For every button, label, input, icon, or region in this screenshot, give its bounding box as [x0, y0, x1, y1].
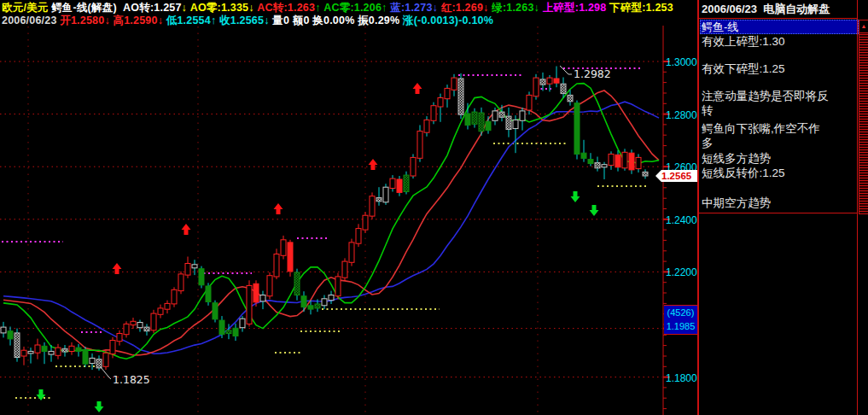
candle: [178, 274, 184, 291]
candle: [137, 323, 143, 328]
candle: [554, 79, 559, 83]
candle: [356, 229, 361, 244]
ohlc-value-segment-3: 高1.2590: [110, 15, 158, 26]
sell-signal-arrow-icon: [37, 389, 46, 400]
candle: [131, 321, 136, 324]
candle: [492, 111, 498, 120]
ohlc-value-segment-9: 量0 额0 换0.00% 振0.29%: [270, 15, 403, 26]
axis-label-1.1800: 1.1800: [666, 372, 696, 384]
candle: [520, 111, 525, 120]
panel-item-5: 短线反转价:1.25: [702, 166, 857, 180]
candle: [363, 215, 368, 230]
candle: [431, 106, 436, 121]
panel-divider-top: [699, 18, 858, 19]
candle: [172, 289, 177, 304]
candle: [8, 331, 13, 339]
candle: [390, 178, 395, 188]
candle: [376, 198, 382, 202]
candle: [342, 261, 347, 278]
cursor-box-price: 1.1985: [664, 319, 697, 333]
ohlc-value-segment-10: 涨(-0.0013)-0.10%: [403, 15, 493, 26]
candle: [424, 120, 429, 132]
candle: [383, 187, 388, 202]
candle: [602, 165, 607, 167]
candle: [110, 341, 115, 354]
axis-label-1.2800: 1.2800: [666, 109, 696, 121]
candle: [274, 254, 279, 278]
buy-signal-arrow-icon: [369, 159, 378, 170]
sell-signal-arrow-icon: [571, 191, 580, 202]
trading-app-window: 欧元/美元 鳄鱼-线(解盘) AO转:1.257↓ AO零:1.335↓ AC转…: [0, 0, 868, 415]
candle: [185, 264, 190, 276]
candle: [151, 313, 156, 330]
candle: [144, 327, 149, 331]
svg-text:1.1825: 1.1825: [113, 373, 150, 386]
candle: [588, 160, 593, 164]
candle: [609, 154, 614, 165]
candle: [301, 296, 306, 307]
candle: [643, 172, 648, 176]
panel-item-2: 注意动量趋势是否即将反转: [702, 89, 831, 118]
candle: [158, 308, 163, 314]
axis-cursor-box: (4526) 1.1985: [664, 305, 697, 335]
candle: [253, 283, 259, 302]
candle: [568, 95, 573, 101]
panel-item-6: 中期空方趋势: [702, 196, 857, 210]
candle: [165, 303, 170, 309]
candle: [219, 320, 224, 335]
candle: [35, 345, 40, 353]
candle: [49, 351, 54, 354]
scroll-up-button[interactable]: ▲: [859, 20, 868, 33]
candle: [76, 348, 81, 351]
indicator-value-segment-1: 鳄鱼-线(解盘): [48, 2, 123, 14]
buy-signal-arrow-icon: [274, 203, 283, 214]
candle: [595, 163, 600, 168]
candle: [260, 295, 265, 301]
axis-label-1.3000: 1.3000: [666, 56, 696, 68]
candle: [96, 359, 102, 368]
candle: [622, 152, 627, 168]
candle: [458, 79, 463, 114]
candle: [69, 346, 74, 351]
axis-label-1.2200: 1.2200: [666, 266, 696, 278]
candle: [199, 269, 204, 285]
candle: [547, 78, 552, 84]
candle: [42, 346, 47, 351]
panel-scrollbar[interactable]: ▲: [859, 20, 868, 214]
ohlc-value-segment-5: 低1.2554: [163, 15, 211, 26]
indicator-value-segment-16: 上碎型:1.298: [539, 2, 606, 14]
candle: [308, 306, 313, 309]
indicator-value-segment-6: AC转:1.263: [254, 2, 315, 14]
candle: [335, 277, 341, 296]
candle: [21, 350, 26, 356]
candle: [206, 286, 211, 302]
candle: [629, 153, 634, 170]
panel-item-0: 有效上碎型:1.30: [702, 34, 857, 49]
sell-signal-arrow-icon: [95, 401, 104, 412]
candle: [329, 295, 334, 301]
candle: [240, 319, 245, 328]
candle: [213, 303, 218, 319]
panel-header: 2006/06/23 电脑自动解盘: [702, 2, 830, 17]
indicator-value-segment-2: AO转:1.257: [123, 2, 182, 14]
indicator-value-segment-17: 下碎型:1.253: [606, 2, 673, 14]
panel-selected-item[interactable]: 鳄鱼-线: [700, 20, 859, 34]
scrollbar-track[interactable]: [859, 33, 868, 214]
buy-signal-arrow-icon: [182, 224, 191, 235]
candle: [233, 328, 238, 336]
panel-divider-bottom: [699, 213, 858, 213]
info-bar: 欧元/美元 鳄鱼-线(解盘) AO转:1.257↓ AO零:1.335↓ AC转…: [0, 0, 697, 26]
candle: [55, 348, 61, 355]
sell-signal-arrow-icon: [590, 205, 599, 216]
candle: [411, 157, 416, 176]
candle: [438, 98, 443, 108]
candle: [349, 243, 354, 262]
candle: [192, 265, 197, 268]
candle: [267, 276, 272, 296]
candle: [294, 272, 300, 295]
current-price-tag: 1.2565: [655, 170, 697, 182]
candle: [533, 78, 539, 96]
panel-item-4: 短线多方趋势: [702, 151, 857, 166]
ohlc-value-segment-7: 收1.2565: [216, 15, 264, 26]
candle: [370, 196, 375, 216]
